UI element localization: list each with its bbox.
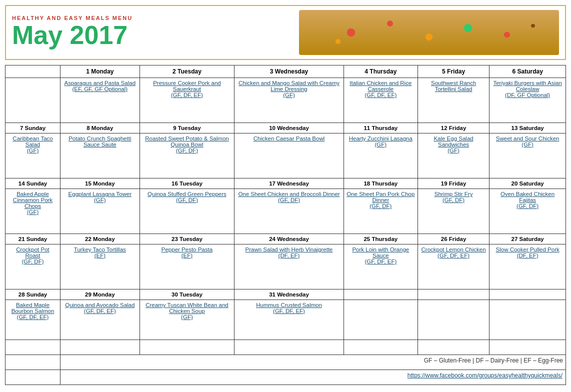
week3-wednesday-header: 17 Wednesday	[234, 178, 344, 189]
week2-saturday-cell: Sweet and Sour Chicken (GF)	[490, 134, 566, 178]
week4-monday-cell: Turkey Taco Tortillas (EF)	[60, 244, 140, 290]
week2-wednesday-header: 10 Wednesday	[234, 123, 344, 134]
week2-monday-link[interactable]: Potato Crunch Spaghetti Sauce Saute	[63, 136, 137, 148]
header-row: 1 Monday 2 Tuesday 3 Wednesday 4 Thursda…	[6, 66, 566, 78]
legend-cell: GF – Gluten-Free | DF – Dairy-Free | EF …	[60, 355, 566, 370]
week4-wednesday-header: 24 Wednesday	[234, 234, 344, 244]
week3-saturday-header: 20 Saturday	[490, 178, 566, 189]
week5-tuesday-link[interactable]: Creamy Tuscan White Bean and Chicken Sou…	[142, 302, 232, 320]
extra-empty-saturday	[490, 340, 566, 355]
week1-monday-cell: Asparagus and Pasta Salad (EF, GF, GF Op…	[60, 78, 140, 123]
week4-saturday-link[interactable]: Slow Cooker Pulled Pork (DF, EF)	[492, 246, 563, 258]
week2-friday-cell: Kale Egg Salad Sandwiches (GF)	[418, 134, 489, 178]
week4-wednesday-link[interactable]: Prawn Salad with Herb Vinaigrette (DF, E…	[237, 246, 341, 258]
week2-sunday-link[interactable]: Caribbean Taco Salad (GF)	[8, 136, 58, 154]
week5-sunday-link[interactable]: Baked Maple Bourbon Salmon (GF, DF, EF)	[8, 302, 58, 320]
week1-tuesday-cell: Pressure Cooker Pork and Sauerkraut (GF,…	[140, 78, 234, 123]
week3-sunday-link[interactable]: Baked Apple Cinnamon Pork Chops (GF)	[8, 191, 58, 215]
week1-wednesday-link[interactable]: Chicken and Mango Salad with Creamy Lime…	[237, 80, 341, 98]
week2-wednesday-link[interactable]: Chicken Caesar Pasta Bowl	[237, 136, 341, 142]
week2-monday-header: 8 Monday	[60, 123, 140, 134]
footer-link-cell: https://www.facebook.com/groups/easyheal…	[60, 370, 566, 385]
week4-wednesday-cell: Prawn Salad with Herb Vinaigrette (DF, E…	[234, 244, 344, 290]
week4-saturday-cell: Slow Cooker Pulled Pork (DF, EF)	[490, 244, 566, 290]
week3-meals-row: Baked Apple Cinnamon Pork Chops (GF) Egg…	[6, 189, 566, 234]
week5-wednesday-header: 31 Wednesday	[234, 290, 344, 300]
week3-sunday-header: 14 Sunday	[6, 178, 60, 189]
legend-empty-left	[6, 355, 60, 370]
week1-saturday-link[interactable]: Teriyaki Burgers with Asian Coleslaw (DF…	[492, 80, 563, 98]
week5-wednesday-cell: Hummus Crusted Salmon (GF, DF, EF)	[234, 300, 344, 340]
week2-sunday-cell: Caribbean Taco Salad (GF)	[6, 134, 60, 178]
week5-sat-empty	[490, 300, 566, 340]
week3-tuesday-link[interactable]: Quinoa Stuffed Green Peppers (GF, DF)	[142, 191, 232, 203]
legend-row: GF – Gluten-Free | DF – Dairy-Free | EF …	[6, 355, 566, 370]
week5-wednesday-link[interactable]: Hummus Crusted Salmon (GF, DF, EF)	[237, 302, 341, 314]
col-header-thu1: 4 Thursday	[344, 66, 418, 78]
header-title: May 2017	[12, 21, 299, 50]
footer-link-text: https://www.facebook.com/groups/easyheal…	[64, 372, 562, 379]
week2-thursday-cell: Hearty Zucchini Lasagna (GF)	[344, 134, 418, 178]
week4-monday-link[interactable]: Turkey Taco Tortillas (EF)	[63, 246, 137, 258]
week4-tuesday-link[interactable]: Pepper Pesto Pasta (EF)	[142, 246, 232, 258]
week5-fri-empty	[418, 300, 489, 340]
week2-tuesday-link[interactable]: Roasted Sweet Potato & Salmon Quinoa Bow…	[142, 136, 232, 154]
week4-sunday-cell: Crockpot Pot Roast (GF, DF)	[6, 244, 60, 290]
week4-sunday-header: 21 Sunday	[6, 234, 60, 244]
page-container: Healthy and Easy Meals Menu May 2017 1 M…	[0, 0, 571, 390]
week1-sunday-empty	[6, 78, 60, 123]
week4-thursday-link[interactable]: Pork Loin with Orange Sauce (GF, DF, EF)	[346, 246, 415, 264]
col-header-empty	[6, 66, 60, 78]
week2-saturday-link[interactable]: Sweet and Sour Chicken (GF)	[492, 136, 563, 148]
week3-friday-link[interactable]: Shrimp Stir Fry (GF, DF)	[420, 191, 486, 203]
extra-empty-row	[6, 340, 566, 355]
week3-sunday-cell: Baked Apple Cinnamon Pork Chops (GF)	[6, 189, 60, 234]
week3-saturday-cell: Oven Baked Chicken Fajitas (GF, DF)	[490, 189, 566, 234]
week3-tuesday-header: 16 Tuesday	[140, 178, 234, 189]
week5-thu-empty	[344, 300, 418, 340]
week2-friday-link[interactable]: Kale Egg Salad Sandwiches (GF)	[420, 136, 486, 154]
week2-sunday-header: 7 Sunday	[6, 123, 60, 134]
week4-friday-link[interactable]: Crockpot Lemon Chicken (GF, DF, EF)	[420, 246, 486, 258]
week2-thursday-link[interactable]: Hearty Zucchini Lasagna (GF)	[346, 136, 415, 148]
week1-saturday-cell: Teriyaki Burgers with Asian Coleslaw (DF…	[490, 78, 566, 123]
week1-friday-link[interactable]: Southwest Ranch Tortellini Salad	[420, 80, 486, 92]
col-header-sat1: 6 Saturday	[490, 66, 566, 78]
week4-saturday-header: 27 Saturday	[490, 234, 566, 244]
week2-saturday-header: 13 Saturday	[490, 123, 566, 134]
week5-monday-cell: Quinoa and Avocado Salad (GF, DF, EF)	[60, 300, 140, 340]
week3-thursday-link[interactable]: One Sheet Pan Pork Chop Dinner (GF, DF)	[346, 191, 415, 209]
week1-monday-link[interactable]: Asparagus and Pasta Salad (EF, GF, GF Op…	[63, 80, 137, 92]
week4-thursday-cell: Pork Loin with Orange Sauce (GF, DF, EF)	[344, 244, 418, 290]
extra-empty-monday	[60, 340, 140, 355]
col-header-wed1: 3 Wednesday	[234, 66, 344, 78]
week5-monday-header: 29 Monday	[60, 290, 140, 300]
week3-tuesday-cell: Quinoa Stuffed Green Peppers (GF, DF)	[140, 189, 234, 234]
week3-monday-link[interactable]: Eggplant Lasagna Tower (GF)	[63, 191, 137, 203]
extra-empty-friday	[418, 340, 489, 355]
legend-text: GF – Gluten-Free | DF – Dairy-Free | EF …	[63, 357, 563, 364]
week4-meals-row: Crockpot Pot Roast (GF, DF) Turkey Taco …	[6, 244, 566, 290]
week4-sunday-link[interactable]: Crockpot Pot Roast (GF, DF)	[8, 246, 58, 264]
week5-monday-link[interactable]: Quinoa and Avocado Salad (GF, DF, EF)	[63, 302, 137, 314]
week5-meals-row: Baked Maple Bourbon Salmon (GF, DF, EF) …	[6, 300, 566, 340]
week3-saturday-link[interactable]: Oven Baked Chicken Fajitas (GF, DF)	[492, 191, 563, 209]
facebook-link[interactable]: https://www.facebook.com/groups/easyheal…	[408, 372, 562, 379]
week4-friday-cell: Crockpot Lemon Chicken (GF, DF, EF)	[418, 244, 489, 290]
week3-monday-header: 15 Monday	[60, 178, 140, 189]
week1-meals-row: Asparagus and Pasta Salad (EF, GF, GF Op…	[6, 78, 566, 123]
week2-friday-header: 12 Friday	[418, 123, 489, 134]
week4-tuesday-header: 23 Tuesday	[140, 234, 234, 244]
week1-friday-cell: Southwest Ranch Tortellini Salad	[418, 78, 489, 123]
col-header-fri1: 5 Friday	[418, 66, 489, 78]
extra-empty-tuesday	[140, 340, 234, 355]
week2-thursday-header: 11 Thursday	[344, 123, 418, 134]
week3-wednesday-link[interactable]: One Sheet Chicken and Broccoli Dinner (G…	[237, 191, 341, 203]
week2-meals-row: Caribbean Taco Salad (GF) Potato Crunch …	[6, 134, 566, 178]
week5-header-row: 28 Sunday 29 Monday 30 Tuesday 31 Wednes…	[6, 290, 566, 300]
week1-tuesday-link[interactable]: Pressure Cooker Pork and Sauerkraut (GF,…	[142, 80, 232, 98]
extra-empty-thursday	[344, 340, 418, 355]
week4-monday-header: 22 Monday	[60, 234, 140, 244]
header-text: Healthy and Easy Meals Menu May 2017	[12, 15, 299, 50]
week1-thursday-link[interactable]: Italian Chicken and Rice Casserole (GF, …	[346, 80, 415, 98]
